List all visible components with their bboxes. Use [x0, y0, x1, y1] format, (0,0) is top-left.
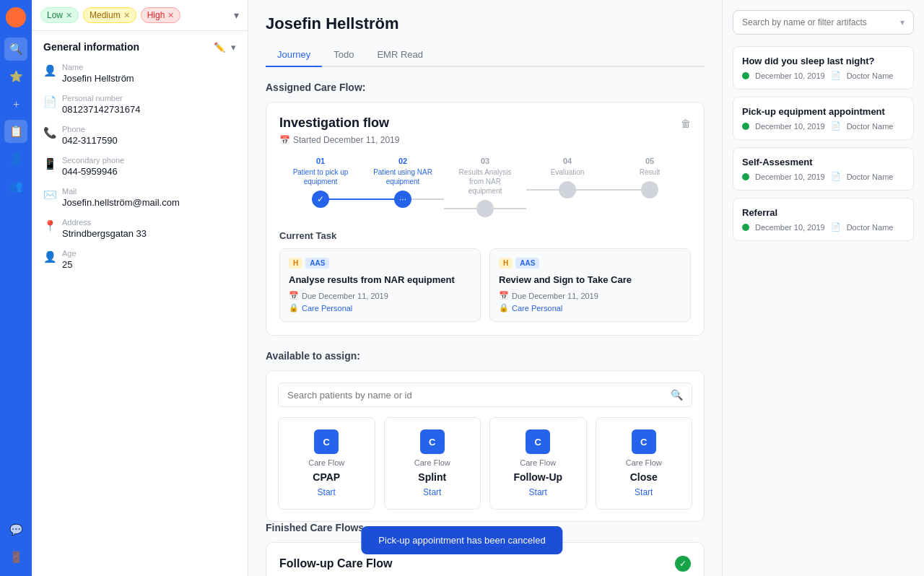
flow-start-close[interactable]: Start — [635, 487, 653, 497]
flow-type-followup: Care Flow — [520, 458, 556, 467]
right-search-box[interactable]: ▾ — [733, 10, 914, 35]
nav-sidebar: 🔍 ⭐ ＋ 📋 👤 👥 💬 🚪 — [0, 0, 32, 576]
artifact-title-2: Self-Assesment — [742, 157, 905, 167]
patients-search-input[interactable] — [287, 390, 671, 401]
name-value: Josefin Hellström — [62, 73, 134, 84]
collapse-icon[interactable]: ▾ — [231, 42, 236, 53]
artifact-meta-3: December 10, 2019 📄 Doctor Name — [742, 222, 905, 232]
location-icon: 📍 — [43, 219, 55, 232]
flow-icon-splint: C — [420, 429, 445, 454]
nav-icon-star[interactable]: ⭐ — [4, 65, 27, 88]
artifact-date-1: December 10, 2019 — [755, 122, 825, 131]
filter-tag-low[interactable]: Low ✕ — [40, 7, 79, 23]
flow-name-followup: Follow-Up — [513, 471, 562, 483]
flow-card-splint: C Care Flow Splint Start — [384, 417, 481, 510]
info-age-row: 👤 Age 25 — [43, 249, 236, 270]
secondary-phone-label: Secondary phone — [62, 156, 124, 165]
personal-value: 081237142731674 — [62, 104, 140, 115]
artifact-title-1: Pick-up equipment appointment — [742, 106, 905, 117]
filter-tag-low-close[interactable]: ✕ — [66, 11, 72, 20]
step-3: 03 Results Analysis from NAR equipment — [444, 157, 526, 217]
assignee-icon-0: 🔒 — [289, 303, 299, 313]
task-1-name: Review and Sign to Take Care — [499, 274, 681, 285]
finished-title: Follow-up Care Flow — [279, 557, 392, 570]
nav-icon-search[interactable]: 🔍 — [4, 38, 27, 61]
filter-tag-medium-label: Medium — [90, 10, 121, 20]
info-address-row: 📍 Address Strindbergsgatan 33 — [43, 218, 236, 239]
nav-icon-chart[interactable]: 📋 — [4, 120, 27, 143]
mobile-icon: 📱 — [43, 157, 55, 170]
flow-icon-followup: C — [526, 429, 550, 454]
flow-type-splint: Care Flow — [414, 458, 450, 467]
flow-start-cpap[interactable]: Start — [318, 487, 336, 497]
doc-icon: 📄 — [43, 95, 55, 108]
filter-chevron-icon[interactable]: ▾ — [234, 9, 239, 21]
nav-logo — [6, 7, 26, 27]
flow-start-followup[interactable]: Start — [529, 487, 547, 497]
artifact-doctor-2: Doctor Name — [847, 173, 894, 181]
person-icon: 👤 — [43, 64, 55, 77]
tab-todo[interactable]: Todo — [322, 43, 365, 67]
flow-type-close: Care Flow — [626, 458, 662, 467]
tab-emr-read[interactable]: EMR Read — [365, 43, 435, 67]
search-chevron-icon: ▾ — [900, 17, 905, 27]
step-5-label: Result — [640, 167, 660, 177]
step-4: 04 Evaluation — [526, 157, 609, 198]
filter-tag-medium[interactable]: Medium ✕ — [83, 7, 136, 23]
flow-icon-close: C — [632, 429, 656, 454]
mail-label: Mail — [62, 187, 180, 196]
step-2-label: Patient using NAR equipment — [370, 167, 435, 186]
patients-search-box[interactable]: 🔍 — [278, 383, 692, 407]
flow-name-cpap: CPAP — [313, 471, 340, 483]
step-3-num: 03 — [481, 157, 489, 165]
nav-icon-group[interactable]: 👥 — [4, 175, 27, 198]
filter-tag-medium-close[interactable]: ✕ — [123, 11, 130, 20]
tab-journey[interactable]: Journey — [266, 43, 322, 67]
artifact-card-2: Self-Assesment December 10, 2019 📄 Docto… — [733, 147, 914, 191]
step-4-num: 04 — [563, 157, 572, 165]
artifact-card-1: Pick-up equipment appointment December 1… — [733, 97, 914, 140]
filter-bar: Low ✕ Medium ✕ High ✕ ▾ — [32, 0, 248, 31]
name-label: Name — [62, 63, 134, 71]
steps-row: 01 Patient to pick up equipment ✓ 02 Pat… — [279, 157, 691, 217]
filter-tag-high[interactable]: High ✕ — [141, 7, 181, 23]
flow-cards-row: C Care Flow CPAP Start C Care Flow Splin… — [278, 417, 692, 510]
nav-icon-chat[interactable]: 💬 — [4, 518, 27, 541]
info-name-row: 👤 Name Josefin Hellström — [43, 63, 236, 84]
assigned-care-flow-label: Assigned Care Flow: — [266, 82, 705, 93]
filter-tag-high-close[interactable]: ✕ — [167, 11, 174, 20]
step-1: 01 Patient to pick up equipment ✓ — [279, 157, 362, 208]
step-2: 02 Patient using NAR equipment ··· — [362, 157, 444, 208]
age-value: 25 — [62, 259, 77, 270]
patient-name: Josefin Hellström — [266, 14, 705, 33]
nav-icon-logout[interactable]: 🚪 — [4, 546, 27, 569]
delete-care-flow-icon[interactable]: 🗑 — [681, 118, 691, 129]
artifact-title-3: Referral — [742, 207, 905, 218]
badge-aas-0: AAS — [305, 258, 329, 269]
flow-icon-cpap: C — [314, 429, 339, 454]
flow-name-close: Close — [630, 471, 658, 483]
phone-icon: 📞 — [43, 126, 55, 139]
artifacts-search-input[interactable] — [742, 17, 896, 27]
tasks-row: H AAS Analyse results from NAR equipment… — [279, 248, 691, 322]
filter-tag-low-label: Low — [47, 10, 63, 20]
artifact-date-2: December 10, 2019 — [755, 173, 825, 181]
nav-icon-user[interactable]: 👤 — [4, 147, 27, 170]
care-flow-date: 📅 Started December 11, 2019 — [279, 135, 691, 145]
artifact-meta-1: December 10, 2019 📄 Doctor Name — [742, 121, 905, 131]
flow-name-splint: Splint — [418, 471, 446, 483]
flow-start-splint[interactable]: Start — [423, 487, 441, 497]
step-5-num: 05 — [645, 157, 654, 165]
flow-card-followup: C Care Flow Follow-Up Start — [489, 417, 587, 510]
current-task-label: Current Task — [279, 230, 691, 241]
doc-icon-0: 📄 — [831, 71, 841, 80]
general-info-title: General information — [43, 41, 139, 53]
edit-icon[interactable]: ✏️ — [214, 42, 225, 53]
info-personal-row: 📄 Personal number 081237142731674 — [43, 94, 236, 115]
nav-icon-add[interactable]: ＋ — [4, 92, 27, 115]
care-flow-title: Investigation flow — [279, 115, 389, 131]
age-label: Age — [62, 249, 77, 258]
doc-icon-2: 📄 — [831, 172, 841, 181]
artifact-dot-3 — [742, 224, 749, 231]
personal-label: Personal number — [62, 94, 140, 102]
